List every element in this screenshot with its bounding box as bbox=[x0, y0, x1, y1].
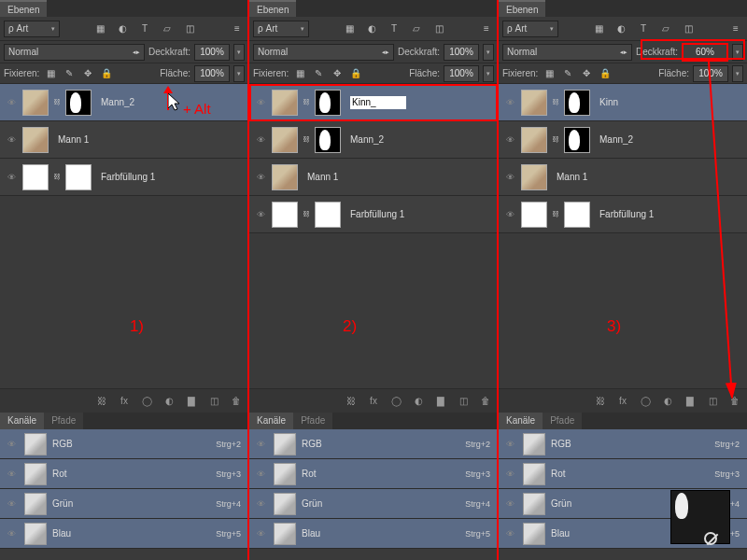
layer-thumb[interactable] bbox=[22, 90, 49, 116]
channel-row[interactable]: 👁RotStrg+3 bbox=[499, 459, 747, 489]
fill-value[interactable]: 100% bbox=[194, 65, 230, 82]
trash-icon[interactable]: 🗑 bbox=[230, 395, 243, 408]
new-layer-icon[interactable]: ◫ bbox=[706, 395, 719, 408]
visibility-icon[interactable]: 👁 bbox=[4, 437, 19, 452]
mask-link-icon[interactable]: ⛓ bbox=[302, 135, 311, 145]
layers-tab[interactable]: Ebenen bbox=[249, 0, 296, 17]
layer-row[interactable]: 👁 Mann 1 bbox=[0, 121, 248, 159]
layer-row[interactable]: 👁 Mann 1 bbox=[499, 159, 747, 196]
paths-tab[interactable]: Pfade bbox=[44, 413, 83, 429]
filter-shape-icon[interactable]: ▱ bbox=[160, 21, 175, 36]
layer-row[interactable]: 👁 ⛓ Mann_2 bbox=[0, 84, 248, 121]
adjustment-icon[interactable]: ◐ bbox=[412, 395, 425, 408]
visibility-icon[interactable]: 👁 bbox=[502, 95, 517, 110]
visibility-icon[interactable]: 👁 bbox=[253, 526, 268, 541]
visibility-icon[interactable]: 👁 bbox=[253, 207, 268, 222]
fill-value[interactable]: 100% bbox=[444, 65, 479, 82]
channel-row[interactable]: 👁RotStrg+3 bbox=[0, 459, 248, 489]
visibility-icon[interactable]: 👁 bbox=[502, 526, 517, 541]
visibility-icon[interactable]: 👁 bbox=[4, 497, 19, 511]
visibility-icon[interactable]: 👁 bbox=[4, 170, 19, 185]
opacity-value[interactable]: 100% bbox=[194, 44, 230, 61]
visibility-icon[interactable]: 👁 bbox=[502, 133, 517, 147]
layer-thumb[interactable] bbox=[521, 202, 547, 228]
layer-name[interactable]: Mann_2 bbox=[101, 97, 134, 107]
new-layer-icon[interactable]: ◫ bbox=[457, 395, 470, 408]
layer-filter-select[interactable]: ρ Art▾ bbox=[502, 21, 558, 37]
mask-thumb[interactable] bbox=[315, 90, 341, 116]
link-layers-icon[interactable]: ⛓ bbox=[345, 395, 358, 408]
channels-tab[interactable]: Kanäle bbox=[249, 413, 293, 429]
channel-row[interactable]: 👁RGBStrg+2 bbox=[499, 429, 747, 459]
mask-link-icon[interactable]: ⛓ bbox=[302, 210, 311, 219]
channels-tab[interactable]: Kanäle bbox=[0, 413, 44, 429]
filter-adjust-icon[interactable]: ◐ bbox=[364, 21, 379, 36]
layer-name[interactable]: Mann 1 bbox=[307, 172, 338, 182]
lock-paint-icon[interactable]: ✎ bbox=[62, 66, 77, 81]
layer-row[interactable]: 👁 ⛓ Farbfüllung 1 bbox=[0, 159, 248, 196]
mask-thumb[interactable] bbox=[564, 127, 590, 153]
lock-trans-icon[interactable]: ▦ bbox=[292, 66, 307, 81]
channel-row[interactable]: 👁GrünStrg+4 bbox=[0, 489, 248, 519]
blend-mode-select[interactable]: Normal◂▸ bbox=[253, 44, 394, 61]
filter-adjust-icon[interactable]: ◐ bbox=[613, 21, 628, 36]
mask-link-icon[interactable]: ⛓ bbox=[551, 135, 560, 145]
filter-smart-icon[interactable]: ◫ bbox=[431, 21, 446, 36]
mask-thumb[interactable] bbox=[564, 90, 590, 116]
mask-link-icon[interactable]: ⛓ bbox=[52, 173, 62, 182]
layer-thumb[interactable] bbox=[22, 127, 49, 153]
layer-thumb[interactable] bbox=[272, 202, 298, 228]
mask-thumb[interactable] bbox=[315, 127, 341, 153]
visibility-icon[interactable]: 👁 bbox=[253, 133, 268, 147]
filter-shape-icon[interactable]: ▱ bbox=[658, 21, 673, 36]
trash-icon[interactable]: 🗑 bbox=[479, 395, 492, 408]
panel-menu-icon[interactable]: ≡ bbox=[230, 21, 245, 36]
visibility-icon[interactable]: 👁 bbox=[502, 437, 517, 452]
lock-move-icon[interactable]: ✥ bbox=[80, 66, 95, 81]
layer-name[interactable]: Kinn bbox=[599, 97, 618, 107]
channel-row[interactable]: 👁RotStrg+3 bbox=[249, 459, 498, 489]
layers-tab[interactable]: Ebenen bbox=[0, 0, 47, 17]
group-icon[interactable]: ▇ bbox=[185, 395, 198, 408]
mask-icon[interactable]: ◯ bbox=[389, 395, 402, 408]
filter-pixel-icon[interactable]: ▦ bbox=[591, 21, 606, 36]
new-layer-icon[interactable]: ◫ bbox=[207, 395, 220, 408]
layer-thumb[interactable] bbox=[521, 127, 547, 153]
mask-link-icon[interactable]: ⛓ bbox=[551, 210, 560, 219]
lock-paint-icon[interactable]: ✎ bbox=[311, 66, 326, 81]
fill-dropdown[interactable]: ▾ bbox=[483, 65, 494, 82]
group-icon[interactable]: ▇ bbox=[684, 395, 697, 408]
trash-icon[interactable]: 🗑 bbox=[728, 395, 741, 408]
layer-name[interactable]: Farbfüllung 1 bbox=[101, 172, 155, 182]
lock-move-icon[interactable]: ✥ bbox=[330, 66, 345, 81]
layer-name[interactable]: Mann 1 bbox=[557, 172, 587, 182]
fill-dropdown[interactable]: ▾ bbox=[732, 65, 743, 82]
lock-all-icon[interactable]: 🔒 bbox=[99, 66, 114, 81]
paths-tab[interactable]: Pfade bbox=[543, 413, 582, 429]
visibility-icon[interactable]: 👁 bbox=[502, 207, 517, 222]
layer-thumb[interactable] bbox=[272, 164, 298, 190]
mask-icon[interactable]: ◯ bbox=[639, 395, 652, 408]
filter-adjust-icon[interactable]: ◐ bbox=[115, 21, 130, 36]
layer-name[interactable]: Mann_2 bbox=[599, 134, 633, 145]
channel-row[interactable]: 👁GrünStrg+4 bbox=[249, 489, 498, 519]
fill-dropdown[interactable]: ▾ bbox=[233, 65, 245, 82]
lock-trans-icon[interactable]: ▦ bbox=[542, 66, 557, 81]
channel-row[interactable]: 👁RGBStrg+2 bbox=[0, 429, 248, 459]
visibility-icon[interactable]: 👁 bbox=[253, 170, 268, 185]
filter-type-icon[interactable]: T bbox=[636, 21, 651, 36]
visibility-icon[interactable]: 👁 bbox=[502, 467, 517, 482]
layer-row[interactable]: 👁 ⛓ Mann_2 bbox=[499, 121, 747, 159]
layer-row[interactable]: 👁 ⛓ Farbfüllung 1 bbox=[499, 196, 747, 233]
fill-value[interactable]: 100% bbox=[693, 65, 728, 82]
mask-thumb[interactable] bbox=[315, 202, 341, 228]
channel-row[interactable]: 👁BlauStrg+5 bbox=[249, 519, 498, 549]
fx-icon[interactable]: fx bbox=[118, 395, 131, 408]
layers-tab[interactable]: Ebenen bbox=[499, 0, 545, 17]
lock-paint-icon[interactable]: ✎ bbox=[560, 66, 575, 81]
group-icon[interactable]: ▇ bbox=[434, 395, 447, 408]
adjustment-icon[interactable]: ◐ bbox=[162, 395, 176, 408]
paths-tab[interactable]: Pfade bbox=[293, 413, 332, 429]
layer-row[interactable]: 👁 ⛓ bbox=[249, 84, 498, 121]
visibility-icon[interactable]: 👁 bbox=[253, 497, 268, 511]
